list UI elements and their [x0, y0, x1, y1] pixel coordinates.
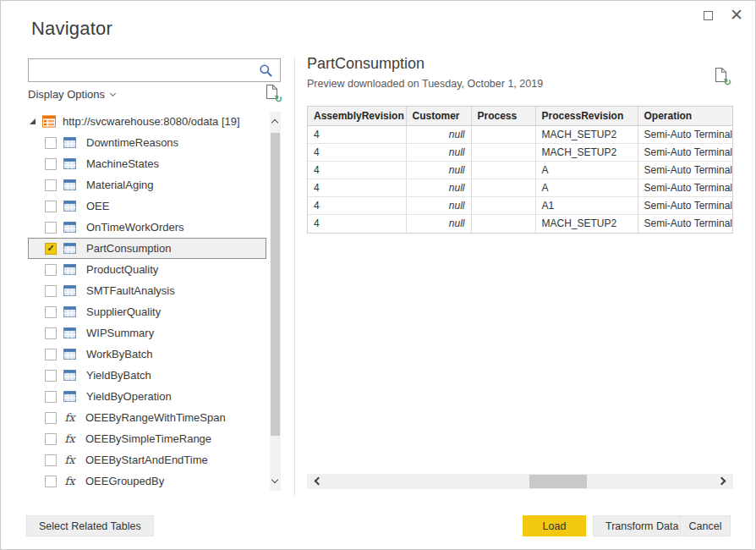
tree-list: DowntimeReasonsMachineStatesMaterialAgin…: [28, 132, 266, 492]
tree-item-ontimeworkorders[interactable]: OnTimeWorkOrders: [28, 217, 266, 238]
close-button[interactable]: ✕: [730, 9, 743, 21]
table-row: 4nullMACH_SETUP2Semi-Auto Terminal .1: [308, 144, 733, 162]
tree-item-label: OEE: [86, 200, 109, 212]
table-row: 4nullMACH_SETUP2Semi-Auto Terminal .1: [308, 126, 733, 144]
table-cell: 4: [308, 126, 406, 144]
tree-item-yieldbybatch[interactable]: YieldByBatch: [28, 365, 266, 386]
checkbox-unchecked[interactable]: [45, 158, 57, 170]
tree-item-oeebysimpletimerange[interactable]: fxOEEBySimpleTimeRange: [28, 428, 266, 449]
tree-item-label: WorkByBatch: [86, 348, 153, 360]
checkbox-checked[interactable]: ✓: [45, 243, 57, 255]
preview-horizontal-scrollbar[interactable]: [307, 474, 733, 489]
tree-item-workbybatch[interactable]: WorkByBatch: [28, 344, 266, 365]
display-options-dropdown[interactable]: Display Options: [28, 88, 115, 101]
select-related-tables-button[interactable]: Select Related Tables: [26, 515, 154, 536]
tree-item-machinestates[interactable]: MachineStates: [28, 153, 266, 174]
display-options-row: Display Options ↻: [28, 85, 281, 106]
table-icon: [63, 137, 77, 149]
odata-feed-icon: [42, 116, 56, 128]
checkbox-unchecked[interactable]: [45, 306, 57, 318]
table-cell: null: [406, 162, 471, 179]
checkbox-unchecked[interactable]: [45, 264, 57, 276]
preview-title: PartConsumption: [307, 55, 733, 73]
table-cell: Semi-Auto Terminal .1: [638, 162, 733, 179]
table-cell: null: [406, 126, 471, 144]
table-row: 4nullASemi-Auto Terminal .1: [308, 179, 733, 197]
preview-header: PartConsumption Preview downloaded on Tu…: [307, 55, 733, 90]
checkbox-unchecked[interactable]: [45, 222, 57, 234]
tree-item-supplierquality[interactable]: SupplierQuality: [28, 301, 266, 322]
table-cell: [471, 126, 535, 144]
search-input[interactable]: [29, 59, 259, 81]
tree-item-oeegroupedby[interactable]: fxOEEGroupedBy: [28, 470, 266, 492]
maximize-button[interactable]: [704, 11, 713, 20]
scroll-right-icon[interactable]: [718, 477, 726, 486]
checkbox-unchecked[interactable]: [45, 327, 57, 339]
table-icon: [63, 243, 77, 255]
checkbox-unchecked[interactable]: [45, 285, 57, 297]
cancel-button[interactable]: Cancel: [680, 515, 731, 536]
column-header-assemblyrevision: AssemblyRevision: [308, 107, 406, 126]
refresh-arrows-icon: ↻: [275, 94, 282, 105]
tree-item-label: YieldByOperation: [86, 390, 172, 403]
tree-item-label: OEEByRangeWithTimeSpan: [85, 411, 226, 424]
tree-item-productquality[interactable]: ProductQuality: [28, 259, 266, 280]
table-cell: 4: [308, 197, 406, 215]
tree-root-node[interactable]: http://svcwarehouse:8080/odata [19]: [28, 111, 266, 132]
tree-item-smtfaultanalysis[interactable]: SMTFaultAnalysis: [28, 280, 266, 301]
refresh-list-icon[interactable]: ↻: [266, 84, 279, 102]
horizontal-scrollbar-thumb[interactable]: [529, 475, 587, 488]
function-icon: fx: [63, 411, 76, 424]
tree-item-label: DowntimeReasons: [86, 136, 178, 149]
tree-item-label: WIPSummary: [86, 327, 154, 339]
scroll-down-icon[interactable]: [271, 476, 278, 483]
page-title: Navigator: [31, 18, 112, 40]
tree-item-label: MachineStates: [86, 157, 159, 170]
tree-vertical-scrollbar[interactable]: [270, 112, 281, 491]
table-icon: [63, 370, 77, 382]
checkbox-unchecked[interactable]: [45, 201, 57, 212]
table-cell: 4: [308, 179, 406, 197]
scroll-up-icon[interactable]: [271, 119, 278, 126]
tree-item-oeebyrangewithtimespan[interactable]: fxOEEByRangeWithTimeSpan: [28, 407, 266, 428]
load-button[interactable]: Load: [523, 515, 586, 536]
table-cell: null: [406, 144, 471, 162]
refresh-preview-icon[interactable]: ↻: [715, 67, 728, 85]
checkbox-unchecked[interactable]: [45, 391, 57, 403]
checkbox-unchecked[interactable]: [45, 137, 57, 149]
navigator-tree: http://svcwarehouse:8080/odata [19] Down…: [28, 111, 266, 492]
table-cell: Semi-Auto Terminal .1: [638, 144, 733, 162]
checkbox-unchecked[interactable]: [45, 454, 57, 466]
tree-item-partconsumption[interactable]: ✓PartConsumption: [28, 238, 266, 259]
tree-item-oee[interactable]: OEE: [28, 195, 266, 217]
table-cell: null: [406, 179, 471, 197]
table-header-row: AssemblyRevisionCustomerProcessProcessRe…: [308, 107, 733, 126]
tree-item-label: OEEBySimpleTimeRange: [85, 432, 211, 445]
checkbox-unchecked[interactable]: [45, 476, 57, 487]
tree-item-wipsummary[interactable]: WIPSummary: [28, 322, 266, 344]
tree-item-materialaging[interactable]: MaterialAging: [28, 174, 266, 195]
checkbox-unchecked[interactable]: [45, 412, 57, 424]
tree-item-label: ProductQuality: [86, 263, 158, 276]
checkbox-unchecked[interactable]: [45, 433, 57, 445]
scroll-left-icon[interactable]: [315, 477, 323, 486]
tree-item-label: PartConsumption: [86, 242, 171, 255]
table-icon: [63, 391, 77, 403]
tree-item-yieldbyoperation[interactable]: YieldByOperation: [28, 386, 266, 407]
preview-table: AssemblyRevisionCustomerProcessProcessRe…: [308, 107, 733, 233]
tree-item-label: OnTimeWorkOrders: [86, 221, 184, 234]
expand-collapse-icon[interactable]: [30, 118, 36, 124]
checkbox-unchecked[interactable]: [45, 349, 57, 360]
table-cell: [471, 215, 535, 233]
table-cell: 4: [308, 215, 406, 233]
tree-item-downtimereasons[interactable]: DowntimeReasons: [28, 132, 266, 153]
tree-item-oeebystartandendtime[interactable]: fxOEEByStartAndEndTime: [28, 449, 266, 470]
checkbox-unchecked[interactable]: [45, 179, 57, 191]
table-cell: MACH_SETUP2: [535, 144, 638, 162]
vertical-scrollbar-thumb[interactable]: [271, 133, 280, 436]
preview-subtitle: Preview downloaded on Tuesday, October 1…: [307, 78, 733, 90]
column-header-process: Process: [471, 107, 535, 126]
checkbox-unchecked[interactable]: [45, 370, 57, 382]
search-icon: [259, 63, 276, 78]
transform-data-button[interactable]: Transform Data: [593, 515, 691, 536]
